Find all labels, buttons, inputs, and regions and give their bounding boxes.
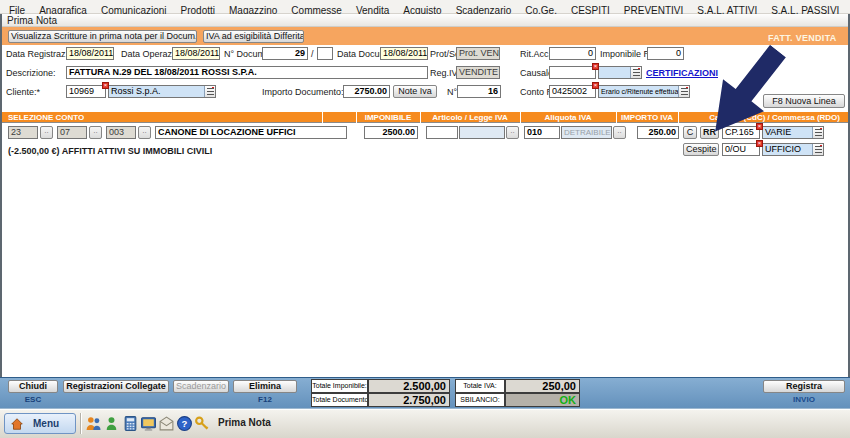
f12-hint: F12 [233, 395, 297, 404]
data-registraz-field[interactable]: 18/08/2011 [66, 47, 114, 60]
mail-icon[interactable] [158, 415, 175, 432]
conto-lookup-button[interactable]: .. [89, 126, 102, 139]
importo-documento-field[interactable]: 2750.00 [343, 85, 390, 98]
menu-button[interactable]: Menu [4, 413, 76, 434]
causale-combo[interactable] [598, 66, 642, 79]
conto-ra-combo[interactable]: Erario c/Ritenute effettuate [598, 85, 690, 98]
sbilancio-label: SBILANCIO: [455, 393, 505, 407]
conto-lookup-button[interactable]: .. [40, 126, 53, 139]
cliente-combo[interactable]: Rossi S.p.A. [108, 85, 216, 98]
header-separator [356, 112, 357, 123]
n-docum-bis-field[interactable] [317, 47, 333, 60]
list-icon[interactable] [812, 144, 823, 155]
taskbar-divider [80, 413, 81, 434]
header-articolo-legge-iva: Articolo / Legge IVA [420, 112, 520, 123]
chiudi-button[interactable]: Chiudi [8, 380, 58, 393]
conto-segment-1-field: 23 [8, 126, 38, 139]
header-aliquota-iva: Aliquota IVA [520, 112, 616, 123]
header-selezione-conto: SELEZIONE CONTO [8, 112, 84, 123]
window-title-bar: Prima Nota [2, 14, 848, 27]
scadenzario-button[interactable]: Scadenzario [173, 380, 229, 393]
key-icon[interactable] [194, 415, 211, 432]
header-separator [616, 112, 617, 123]
totale-iva-value: 250,00 [505, 379, 580, 393]
required-marker-icon [756, 140, 763, 147]
conto-segment-3-field: 003 [106, 126, 136, 139]
user-icon[interactable] [103, 415, 120, 432]
calculator-icon[interactable] [122, 415, 139, 432]
riga-imponibile-field[interactable]: 2500.00 [364, 126, 418, 139]
list-icon[interactable] [812, 127, 823, 138]
sbilancio-value: OK [505, 393, 580, 407]
c-button[interactable]: C [683, 126, 697, 139]
commessa-combo[interactable]: UFFICIO [762, 143, 824, 156]
header-separator [678, 112, 679, 123]
certificazioni-link[interactable]: CERTIFICAZIONI [646, 68, 718, 78]
totale-iva-label: Totale IVA: [455, 379, 505, 393]
conto-segment-2-field: 07 [57, 126, 87, 139]
header-separator [420, 112, 421, 123]
imponibile-ra-field[interactable]: 0 [647, 47, 684, 60]
riga-importo-iva-field[interactable]: 250.00 [637, 126, 679, 139]
list-icon[interactable] [204, 86, 215, 97]
prot-sez-field: Prot. VEN [456, 47, 500, 60]
menu-bar: FileAnagraficaComunicazioniProdottiMagaz… [0, 0, 850, 14]
cespite-button[interactable]: Cespite [683, 143, 719, 156]
articolo-code-field[interactable] [426, 126, 458, 139]
n-prot-label: N° [447, 86, 457, 98]
home-icon [10, 417, 24, 431]
taskbar-active-window-label: Prima Nota [218, 417, 271, 428]
descrizione-label: Descrizione: [6, 67, 56, 79]
totale-imponibile-value: 2.500,00 [368, 379, 450, 393]
list-icon[interactable] [630, 67, 641, 78]
header-separator [520, 112, 521, 123]
articolo-desc-field [459, 126, 505, 139]
registrazioni-collegate-button[interactable]: Registrazioni Collegate [63, 380, 169, 393]
conto-saldo-info: (-2.500,00 €) AFFITTI ATTIVI SU IMMOBILI… [8, 145, 212, 157]
totale-imponibile-label: Totale Imponibile: [311, 379, 368, 393]
help-icon[interactable]: ? [176, 415, 193, 432]
grid-body [2, 123, 848, 377]
riga-descrizione-field[interactable]: CANONE DI LOCAZIONE UFFICI [155, 126, 347, 139]
causale-code-field[interactable] [549, 66, 596, 79]
required-marker-icon [592, 82, 599, 89]
header-imponibile: IMPONIBILE [356, 112, 420, 123]
articolo-lookup-button[interactable]: .. [506, 126, 519, 139]
totale-documento-label: Totale Documento: [311, 393, 368, 407]
note-iva-button[interactable]: Note Iva [393, 85, 437, 98]
data-docum-field[interactable]: 18/08/2011 [380, 47, 428, 60]
required-marker-icon [102, 82, 109, 89]
data-operaz-field[interactable]: 18/08/2011 [172, 47, 220, 60]
app-window: FileAnagraficaComunicazioniProdottiMagaz… [0, 0, 850, 438]
esc-hint: ESC [8, 395, 58, 404]
descrizione-field[interactable]: FATTURA N.29 DEL 18/08/2011 ROSSI S.P.A. [66, 66, 428, 79]
aliquota-lookup-button[interactable]: .. [613, 126, 626, 139]
reg-iva-field: VENDITE [456, 66, 500, 79]
totale-documento-value: 2.750,00 [368, 393, 450, 407]
cdc-combo[interactable]: VARIE [762, 126, 824, 139]
cliente-label: Cliente:* [6, 86, 40, 98]
aliquota-code-field[interactable]: 010 [524, 126, 560, 139]
rit-acc-field[interactable]: 0 [549, 47, 596, 60]
users-icon[interactable] [85, 415, 102, 432]
elimina-button[interactable]: Elimina [233, 380, 297, 393]
aliquota-desc-field: DETRAIBILE 10 [561, 126, 612, 139]
conto-lookup-button[interactable]: .. [138, 126, 151, 139]
page-title: Prima Nota [7, 15, 57, 26]
document-type-badge: FATT. VENDITA [768, 33, 837, 43]
monitor-icon[interactable] [140, 415, 157, 432]
n-prot-field[interactable]: 16 [457, 85, 501, 98]
importo-documento-label: Importo Documento:* [262, 86, 347, 98]
visualizza-scritture-button[interactable]: Visualizza Scritture in prima nota per i… [8, 30, 197, 43]
header-importo-iva: IMPORTO IVA [616, 112, 678, 123]
registra-button[interactable]: Registra [763, 380, 845, 393]
iva-esigibilita-button[interactable]: IVA ad esigibilità Differita [203, 30, 304, 43]
list-icon[interactable] [678, 86, 689, 97]
conto-ra-code-field[interactable]: 0425002 [549, 85, 596, 98]
n-docum-slash: / [311, 48, 314, 60]
cliente-code-field[interactable]: 10969 [66, 85, 106, 98]
header-separator [322, 112, 323, 123]
invio-hint: INVIO [763, 395, 845, 404]
n-docum-field[interactable]: 29 [262, 47, 308, 60]
data-registraz-label: Data Registraz.:* [6, 48, 74, 60]
